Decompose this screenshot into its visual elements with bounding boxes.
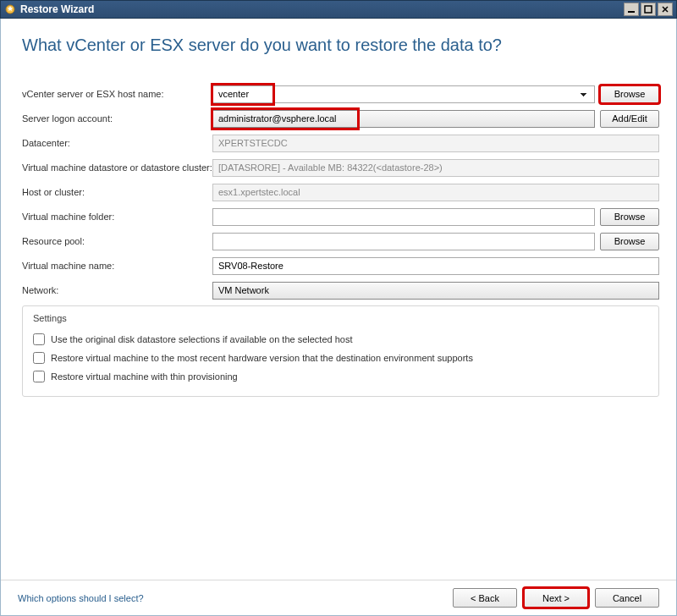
datacenter-field: XPERTSTECDC [212,135,659,152]
window-title: Restore Wizard [20,3,624,15]
next-button[interactable]: Next > [524,588,588,608]
page-heading: What vCenter or ESX server do you want t… [1,19,676,63]
datastore-field: [DATASRORE] - Available MB: 84322(<datas… [212,159,659,177]
pool-field[interactable] [212,233,595,250]
host-label: Host or cluster: [22,187,212,197]
folder-label: Virtual machine folder: [22,212,212,222]
svg-rect-2 [645,6,652,13]
wizard-content: What vCenter or ESX server do you want t… [0,19,677,616]
addedit-button[interactable]: Add/Edit [600,110,659,128]
help-link[interactable]: Which options should I select? [18,593,144,603]
cancel-button[interactable]: Cancel [595,588,659,608]
use-original-datastore-label: Use the original disk datastore selectio… [51,334,353,344]
close-button[interactable] [658,3,673,16]
thin-provisioning-checkbox[interactable] [33,371,45,382]
datastore-label: Virtual machine datastore or datastore c… [22,162,212,173]
svg-rect-1 [628,11,635,13]
pool-label: Resource pool: [22,236,212,246]
network-label: Network: [22,285,212,295]
pool-browse-button[interactable]: Browse [600,233,659,250]
use-original-datastore-checkbox[interactable] [33,333,45,345]
logon-label: Server logon account: [22,113,212,124]
settings-group: Settings Use the original disk datastore… [22,305,659,397]
title-bar: Restore Wizard [0,0,677,19]
datacenter-label: Datacenter: [22,138,212,148]
folder-browse-button[interactable]: Browse [600,208,659,226]
network-combo[interactable]: VM Network [212,282,659,300]
wizard-footer: Which options should I select? < Back Ne… [1,580,676,615]
vmname-field[interactable] [212,257,659,275]
host-field: esx1.xpertstec.local [212,184,659,201]
minimize-button[interactable] [624,3,639,16]
vmname-label: Virtual machine name: [22,261,212,271]
window-controls [624,3,673,16]
settings-form: vCenter server or ESX host name: vcenter… [1,63,676,414]
maximize-button[interactable] [641,3,656,16]
restore-latest-hwversion-checkbox[interactable] [33,352,45,364]
folder-field[interactable] [212,208,595,226]
thin-provisioning-label: Restore virtual machine with thin provis… [51,371,238,382]
settings-legend: Settings [33,313,648,323]
vcenter-label: vCenter server or ESX host name: [22,89,212,99]
back-button[interactable]: < Back [453,588,517,608]
wizard-icon [4,3,16,15]
vcenter-combo[interactable]: vcenter [212,85,595,103]
logon-combo[interactable]: administrator@vsphere.local [212,110,595,128]
restore-latest-hwversion-label: Restore virtual machine to the most rece… [51,353,473,363]
vcenter-browse-button[interactable]: Browse [600,85,659,103]
